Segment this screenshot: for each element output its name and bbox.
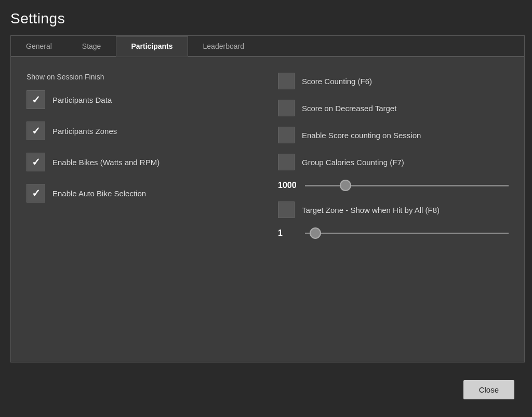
checkbox-row-enable-bikes: Enable Bikes (Watts and RPM) bbox=[26, 153, 257, 171]
checkbox-label-enable-auto-bike: Enable Auto Bike Selection bbox=[52, 189, 146, 198]
slider-track-calories[interactable] bbox=[305, 185, 509, 186]
checkbox-target-zone[interactable] bbox=[278, 201, 295, 218]
slider-row-1: 1 bbox=[278, 228, 509, 238]
section-label: Show on Session Finish bbox=[26, 73, 257, 81]
slider-thumb-target-zone[interactable] bbox=[310, 227, 321, 239]
slider-track-target-zone[interactable] bbox=[305, 233, 509, 234]
right-row-score-counting: Score Counting (F6) bbox=[278, 73, 509, 89]
checkbox-participants-zones[interactable] bbox=[26, 122, 45, 140]
label-target-zone: Target Zone - Show when Hit by All (F8) bbox=[302, 206, 440, 214]
label-score-decreased: Score on Decreased Target bbox=[302, 104, 396, 113]
left-column: Show on Session Finish Participants Data… bbox=[26, 73, 257, 346]
checkbox-enable-bikes[interactable] bbox=[26, 153, 45, 171]
dialog-content: Show on Session Finish Participants Data… bbox=[11, 57, 524, 362]
right-row-enable-score-session: Enable Score counting on Session bbox=[278, 127, 509, 143]
checkbox-label-participants-zones: Participants Zones bbox=[52, 127, 117, 136]
tab-stage[interactable]: Stage bbox=[67, 36, 116, 57]
checkbox-row-participants-zones: Participants Zones bbox=[26, 122, 257, 140]
page-title: Settings bbox=[10, 10, 65, 27]
slider-value-1: 1 bbox=[278, 228, 299, 238]
label-score-counting: Score Counting (F6) bbox=[302, 77, 372, 86]
checkbox-score-decreased[interactable] bbox=[278, 100, 295, 116]
checkbox-row-participants-data: Participants Data bbox=[26, 90, 257, 109]
checkbox-participants-data[interactable] bbox=[26, 90, 45, 109]
slider-thumb-calories[interactable] bbox=[340, 180, 351, 191]
settings-dialog: General Stage Participants Leaderboard S… bbox=[10, 35, 525, 362]
checkbox-enable-score-session[interactable] bbox=[278, 127, 295, 143]
close-button[interactable]: Close bbox=[463, 380, 514, 399]
checkbox-score-counting[interactable] bbox=[278, 73, 295, 89]
tab-bar: General Stage Participants Leaderboard bbox=[11, 36, 524, 57]
checkbox-label-enable-bikes: Enable Bikes (Watts and RPM) bbox=[52, 158, 159, 167]
right-row-group-calories: Group Calories Counting (F7) bbox=[278, 154, 509, 170]
checkbox-label-participants-data: Participants Data bbox=[52, 96, 112, 104]
dialog-footer: Close bbox=[10, 362, 525, 407]
label-group-calories: Group Calories Counting (F7) bbox=[302, 158, 404, 167]
right-row-score-decreased: Score on Decreased Target bbox=[278, 100, 509, 116]
right-column: Score Counting (F6) Score on Decreased T… bbox=[278, 73, 509, 346]
checkbox-row-enable-auto-bike: Enable Auto Bike Selection bbox=[26, 184, 257, 203]
checkbox-enable-auto-bike[interactable] bbox=[26, 184, 45, 203]
tab-participants[interactable]: Participants bbox=[116, 36, 188, 57]
slider-row-1000: 1000 bbox=[278, 181, 509, 190]
tab-general[interactable]: General bbox=[11, 36, 67, 57]
slider-value-1000: 1000 bbox=[278, 181, 299, 190]
label-enable-score-session: Enable Score counting on Session bbox=[302, 131, 421, 140]
right-row-target-zone: Target Zone - Show when Hit by All (F8) bbox=[278, 201, 509, 218]
tab-leaderboard[interactable]: Leaderboard bbox=[188, 36, 259, 57]
checkbox-group-calories[interactable] bbox=[278, 154, 295, 170]
